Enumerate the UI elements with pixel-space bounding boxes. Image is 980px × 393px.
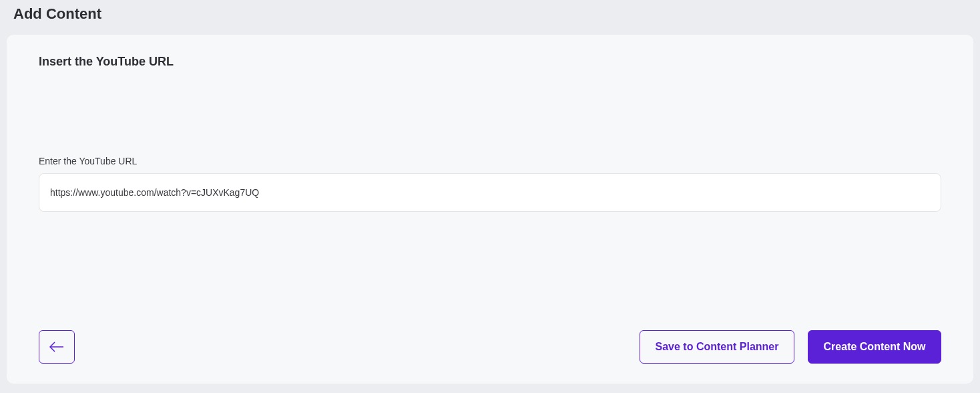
create-content-button[interactable]: Create Content Now	[808, 330, 941, 364]
url-field-label: Enter the YouTube URL	[39, 156, 941, 166]
page-header: Add Content	[0, 0, 980, 35]
back-button[interactable]	[39, 330, 75, 364]
save-to-planner-button[interactable]: Save to Content Planner	[640, 330, 794, 364]
right-buttons-group: Save to Content Planner Create Content N…	[640, 330, 941, 364]
card-footer: Save to Content Planner Create Content N…	[39, 330, 941, 364]
youtube-url-input[interactable]	[39, 173, 941, 212]
arrow-left-icon	[49, 340, 65, 354]
section-title: Insert the YouTube URL	[39, 55, 941, 69]
content-card: Insert the YouTube URL Enter the YouTube…	[7, 35, 973, 384]
page-title: Add Content	[13, 5, 967, 23]
